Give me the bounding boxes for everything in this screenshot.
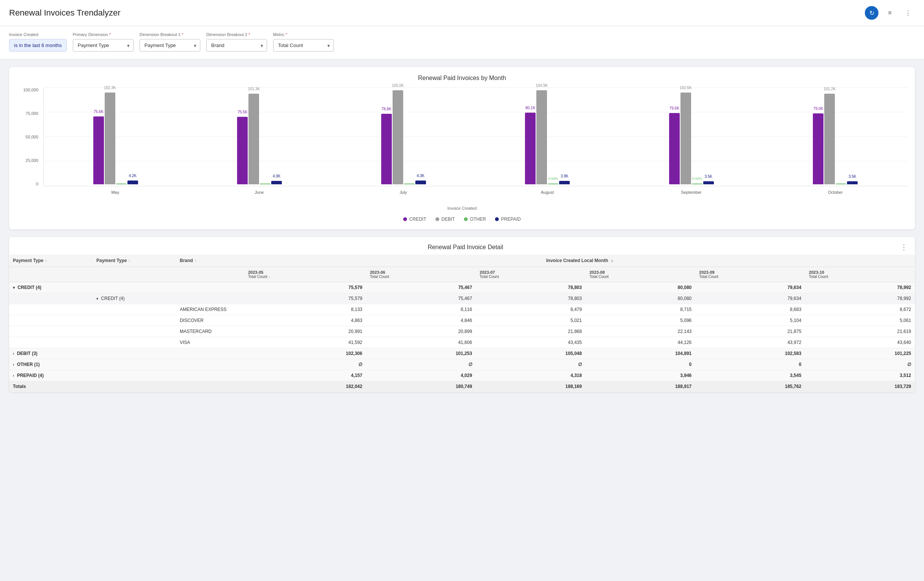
- sort-icon-brand[interactable]: ↑: [195, 259, 196, 263]
- sort-icon-pt1[interactable]: ↑: [45, 259, 47, 263]
- td-prepaid-brand: [176, 370, 244, 381]
- x-label-june: June: [187, 190, 332, 195]
- td-credit-sg-pt1: [9, 293, 92, 304]
- th-month-2023-10: 2023-10 Total Count: [805, 267, 915, 282]
- td-credit-sg-pt2[interactable]: ▾ CREDIT (4): [92, 293, 176, 304]
- metric-select[interactable]: Total Count: [273, 39, 334, 51]
- td-debit-2309: 102,583: [695, 348, 805, 359]
- bar-oct-prepaid: 3.5K: [847, 181, 858, 184]
- th-month-2023-05: 2023-05 Total Count ↓: [244, 267, 366, 282]
- td-other-2305: ∅: [244, 359, 366, 370]
- td-amex-pt1: [9, 304, 92, 315]
- expand-icon-prepaid[interactable]: ›: [13, 373, 14, 378]
- td-debit-expand[interactable]: › DEBIT (3): [9, 348, 92, 359]
- table-more-button[interactable]: ⋮: [901, 243, 908, 251]
- bar-oct-credit: 79.0K: [813, 113, 823, 184]
- td-debit-2306: 101,253: [366, 348, 476, 359]
- bar-fill-oct-credit: [813, 113, 823, 184]
- dimension-breakout1-select[interactable]: Payment Type: [140, 39, 200, 51]
- dimension-breakout1-label: Dimension Breakout 1 *: [140, 32, 200, 37]
- td-credit-2307: 78,803: [476, 282, 586, 293]
- td-amex-2308: 8,715: [586, 304, 695, 315]
- td-mc-2305: 20,991: [244, 326, 366, 337]
- td-prepaid-2306: 4,029: [366, 370, 476, 381]
- td-credit-2308: 80,080: [586, 282, 695, 293]
- td-other-2309: 0: [695, 359, 805, 370]
- y-label-0: 0: [36, 182, 38, 186]
- x-label-september: September: [619, 190, 764, 195]
- refresh-button[interactable]: ↻: [865, 6, 878, 20]
- bar-july-debit: 105.0K: [393, 90, 403, 184]
- expand-icon-credit-sub[interactable]: ▾: [96, 297, 98, 301]
- invoice-created-value[interactable]: is in the last 6 months: [9, 39, 67, 51]
- expand-icon-credit[interactable]: ▾: [13, 286, 15, 290]
- td-other-brand: [176, 359, 244, 370]
- bar-june-debit: 101.3K: [248, 94, 259, 184]
- dimension-breakout2-select[interactable]: Brand: [206, 39, 267, 51]
- td-credit-brand: [176, 282, 244, 293]
- bar-label-sep-other: 0.00%: [692, 177, 702, 180]
- td-discover-2306: 4,846: [366, 315, 476, 326]
- td-credit-2305: 75,579: [244, 282, 366, 293]
- chart-title: Renewal Paid Invoices by Month: [16, 75, 908, 81]
- td-other-expand[interactable]: › OTHER (1): [9, 359, 92, 370]
- bar-sep-credit: 79.6K: [669, 113, 680, 184]
- legend-dot-debit: [436, 217, 439, 221]
- td-debit-2307: 105,048: [476, 348, 586, 359]
- primary-dimension-select[interactable]: Payment Type: [73, 39, 134, 51]
- td-mc-brand: MASTERCARD: [176, 326, 244, 337]
- bar-aug-debit: 104.9K: [536, 90, 547, 184]
- table-row-other-group: › OTHER (1) ∅ ∅ ∅ 0 0 ∅: [9, 359, 915, 370]
- bar-label-july-credit: 78.8K: [381, 107, 391, 111]
- td-visa-2310: 43,640: [805, 337, 915, 348]
- td-totals-2309: 185,762: [695, 381, 805, 392]
- chart-card: Renewal Paid Invoices by Month 100,000 7…: [9, 67, 915, 229]
- td-prepaid-pt2: [92, 370, 176, 381]
- bar-label-sep-debit: 102.6K: [680, 86, 692, 90]
- bar-fill-sep-other: [692, 183, 703, 184]
- td-visa-pt2: [92, 337, 176, 348]
- expand-icon-other[interactable]: ›: [13, 363, 14, 367]
- bar-label-oct-debit: 101.2K: [823, 87, 836, 91]
- th-empty-1: [9, 267, 92, 282]
- legend-dot-other: [464, 217, 468, 221]
- sort-2305[interactable]: ↓: [268, 274, 270, 279]
- month-group-may: 75.6K 102.3K 4.2K: [44, 92, 188, 186]
- td-discover-pt2: [92, 315, 176, 326]
- td-totals-pt2: [92, 381, 176, 392]
- more-options-button[interactable]: ⋮: [901, 6, 915, 20]
- td-credit-expand[interactable]: ▾ CREDIT (4): [9, 282, 92, 293]
- bar-label-may-debit: 102.3K: [104, 86, 116, 90]
- month-nav-icon[interactable]: ›: [611, 257, 613, 264]
- bar-oct-other: [836, 183, 846, 184]
- detail-table: Payment Type ↑ Payment Type ↑ Brand: [9, 254, 915, 392]
- td-debit-label: DEBIT (3): [17, 351, 38, 356]
- primary-dimension-select-wrapper: Payment Type: [73, 39, 134, 51]
- chart-plot: 75.6K 102.3K 4.2K: [43, 87, 908, 186]
- bar-label-june-prepaid: 4.0K: [273, 174, 280, 178]
- td-discover-2307: 5,021: [476, 315, 586, 326]
- td-totals-2308: 188,917: [586, 381, 695, 392]
- invoice-created-filter: Invoice Created is in the last 6 months: [9, 32, 67, 51]
- bar-may-prepaid: 4.2K: [127, 180, 138, 184]
- sort-icon-pt2[interactable]: ↑: [128, 259, 130, 263]
- bar-label-sep-credit: 79.6K: [670, 106, 679, 111]
- td-credit-sg-2308: 80,080: [586, 293, 695, 304]
- table-header-row-2: 2023-05 Total Count ↓ 2023-06 Total Coun…: [9, 267, 915, 282]
- bar-fill-june-other: [260, 183, 271, 184]
- bar-may-credit: 75.6K: [93, 116, 104, 184]
- metric-select-wrapper: Total Count: [273, 39, 334, 51]
- td-prepaid-expand[interactable]: › PREPAID (4): [9, 370, 92, 381]
- bar-sep-prepaid: 3.5K: [703, 181, 714, 184]
- expand-icon-debit[interactable]: ›: [13, 352, 14, 356]
- td-discover-2308: 5,096: [586, 315, 695, 326]
- y-label-50k: 50,000: [25, 135, 38, 139]
- bar-label-oct-credit: 79.0K: [813, 107, 823, 111]
- td-amex-2309: 8,683: [695, 304, 805, 315]
- filter-button[interactable]: ≡: [883, 6, 897, 20]
- td-prepaid-2308: 3,946: [586, 370, 695, 381]
- td-mc-pt2: [92, 326, 176, 337]
- bar-fill-july-debit: [393, 90, 403, 184]
- month-group-october: 79.0K 101.2K 3.5K: [764, 94, 908, 186]
- bar-label-june-debit: 101.3K: [248, 87, 260, 91]
